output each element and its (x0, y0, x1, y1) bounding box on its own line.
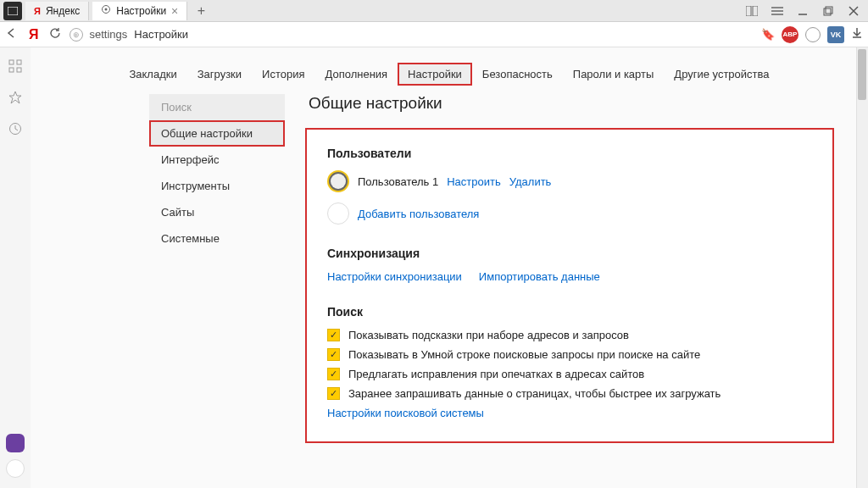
close-tab-icon[interactable]: × (171, 4, 178, 18)
svg-rect-13 (9, 60, 14, 64)
delete-user-link[interactable]: Удалить (509, 175, 552, 188)
sidebar-item-general[interactable]: Общие настройки (149, 120, 285, 147)
nav-security[interactable]: Безопасность (472, 63, 563, 86)
tiles-icon[interactable] (8, 59, 22, 75)
avatar[interactable] (327, 170, 349, 192)
svg-rect-0 (8, 7, 18, 15)
nav-passwords[interactable]: Пароли и карты (563, 63, 665, 86)
checkbox-label: Показывать подсказки при наборе адресов … (348, 329, 629, 341)
svg-rect-15 (9, 68, 14, 72)
sidebar-item-system[interactable]: Системные (149, 225, 285, 252)
extension-globe-icon[interactable] (805, 27, 821, 42)
svg-rect-10 (826, 7, 832, 14)
page-title: Общие настройки (305, 94, 834, 113)
checkbox-prefetch[interactable]: ✓ (327, 387, 340, 400)
menu-icon[interactable] (768, 2, 787, 20)
window-titlebar: Я Яндекс Настройки × + (0, 0, 868, 22)
import-data-link[interactable]: Импортировать данные (479, 270, 600, 283)
search-heading: Поиск (327, 305, 812, 319)
add-user-row: Добавить пользователя (327, 202, 812, 225)
svg-rect-14 (17, 60, 21, 64)
scrollbar-thumb[interactable] (858, 49, 866, 100)
url-segment-title: Настройки (134, 28, 188, 41)
app-icon (3, 2, 22, 20)
section-search: Поиск ✓ Показывать подсказки при наборе … (327, 305, 812, 419)
user-row: Пользователь 1 Настроить Удалить (327, 170, 812, 192)
add-user-link[interactable]: Добавить пользователя (358, 208, 479, 220)
nav-devices[interactable]: Другие устройства (664, 63, 779, 86)
new-tab-button[interactable]: + (191, 3, 211, 19)
scrollbar[interactable] (856, 47, 868, 488)
nav-downloads[interactable]: Загрузки (187, 63, 252, 86)
nav-bookmarks[interactable]: Закладки (119, 63, 186, 86)
assistant-icon[interactable] (6, 459, 25, 478)
user-name: Пользователь 1 (358, 175, 438, 188)
checkbox-suggestions[interactable]: ✓ (327, 329, 340, 341)
checkbox-label: Предлагать исправления при опечатках в а… (348, 368, 644, 380)
site-info-icon[interactable]: ⊕ (70, 28, 83, 42)
settings-panel: Пользователи Пользователь 1 Настроить Уд… (305, 128, 834, 443)
reload-button[interactable] (49, 27, 61, 42)
sidebar-item-sites[interactable]: Сайты (149, 199, 285, 225)
sync-heading: Синхронизация (327, 247, 812, 260)
svg-point-2 (105, 8, 108, 11)
download-icon[interactable] (851, 27, 863, 42)
tab-label: Яндекс (46, 5, 80, 17)
yandex-home-button[interactable]: Я (29, 27, 39, 42)
tab-label: Настройки (116, 5, 166, 17)
checkbox-smartbar[interactable]: ✓ (327, 348, 340, 361)
nav-addons[interactable]: Дополнения (314, 63, 398, 86)
empty-avatar-icon (327, 202, 349, 225)
users-heading: Пользователи (327, 147, 812, 160)
sync-settings-link[interactable]: Настройки синхронизации (327, 270, 462, 283)
sidebar-item-tools[interactable]: Инструменты (149, 173, 285, 199)
svg-rect-16 (17, 68, 21, 72)
browser-tab-yandex[interactable]: Я Яндекс (25, 2, 89, 20)
address-bar: Я ⊕ settings Настройки 🔖 ABP VK (0, 22, 868, 47)
section-sync: Синхронизация Настройки синхронизации Им… (327, 247, 812, 283)
sidebar-item-search[interactable]: Поиск (149, 94, 285, 120)
svg-rect-3 (746, 6, 751, 16)
maximize-button[interactable] (819, 2, 837, 20)
minimize-button[interactable] (793, 2, 812, 20)
adblock-icon[interactable]: ABP (782, 26, 798, 43)
nav-history[interactable]: История (252, 63, 314, 86)
yandex-favicon: Я (34, 6, 41, 16)
content-area: Закладки Загрузки История Дополнения Нас… (31, 47, 868, 488)
settings-top-nav: Закладки Загрузки История Дополнения Нас… (31, 47, 868, 94)
back-button[interactable] (5, 27, 19, 42)
panels-icon[interactable] (743, 2, 761, 20)
search-engine-link[interactable]: Настройки поисковой системы (327, 407, 484, 419)
sidebar-item-interface[interactable]: Интерфейс (149, 147, 285, 173)
section-users: Пользователи Пользователь 1 Настроить Уд… (327, 147, 812, 225)
url-segment-settings: settings (90, 28, 128, 41)
svg-rect-4 (753, 6, 758, 16)
nav-settings[interactable]: Настройки (398, 63, 472, 86)
bookmark-icon[interactable]: 🔖 (761, 28, 775, 41)
configure-user-link[interactable]: Настроить (447, 175, 501, 188)
checkbox-label: Показывать в Умной строке поисковые запр… (348, 348, 700, 361)
settings-sidebar: Поиск Общие настройки Интерфейс Инструме… (149, 94, 285, 443)
close-window-button[interactable] (844, 2, 863, 20)
checkbox-typos[interactable]: ✓ (327, 368, 340, 380)
left-rail (0, 47, 31, 488)
svg-rect-9 (824, 8, 831, 15)
alice-icon[interactable] (6, 434, 25, 452)
checkbox-label: Заранее запрашивать данные о страницах, … (348, 387, 721, 400)
gear-icon (101, 4, 111, 17)
browser-tab-settings[interactable]: Настройки × (92, 2, 187, 20)
url-field[interactable]: ⊕ settings Настройки (70, 28, 754, 42)
history-icon[interactable] (8, 122, 22, 138)
vk-icon[interactable]: VK (827, 26, 844, 43)
star-icon[interactable] (8, 91, 22, 107)
